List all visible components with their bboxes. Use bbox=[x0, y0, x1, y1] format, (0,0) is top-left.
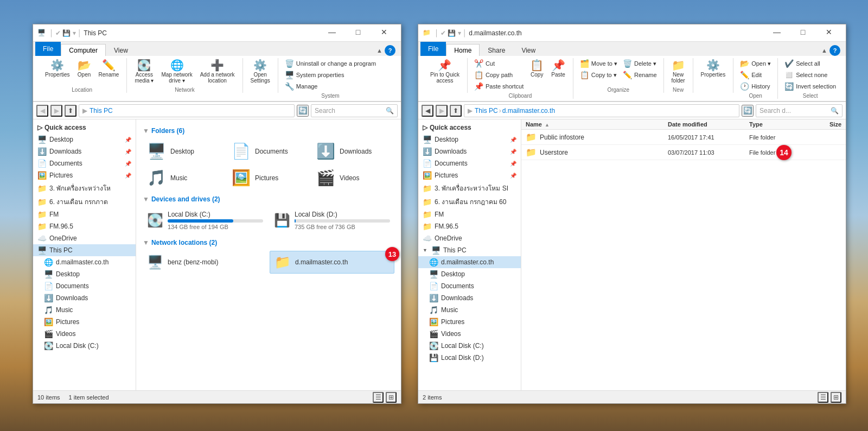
back-btn-1[interactable]: ◀ bbox=[36, 105, 48, 117]
sidebar-fm965-2[interactable]: 📁 FM.96.5 bbox=[418, 220, 521, 232]
pin-quick-btn[interactable]: 📌 Pin to Quickaccess bbox=[427, 58, 463, 85]
sidebar-pc-videos-1[interactable]: 🎬 Videos bbox=[33, 328, 136, 340]
rename-btn-2[interactable]: ✏️ Rename bbox=[621, 69, 659, 80]
address-bar-1[interactable]: ▶ This PC bbox=[79, 104, 295, 117]
system-props-btn[interactable]: 🖥️ System properties bbox=[283, 69, 378, 80]
sidebar-this-pc-2[interactable]: ▼ 🖥️ This PC bbox=[418, 244, 521, 256]
up-btn-1[interactable]: ⬆ bbox=[65, 105, 76, 117]
drive-d-1[interactable]: 💾 Local Disk (D:) 735 GB free of 736 GB bbox=[270, 207, 394, 233]
close-btn-1[interactable]: ✕ bbox=[372, 23, 397, 41]
folder-videos-1[interactable]: 🎬 Videos bbox=[312, 166, 394, 190]
add-network-btn[interactable]: ➕ Add a networklocation bbox=[197, 58, 238, 85]
sidebar-pc-music-1[interactable]: 🎵 Music bbox=[33, 304, 136, 316]
col-size-header[interactable]: Size bbox=[803, 121, 841, 128]
sidebar-onedrive-1[interactable]: ☁️ OneDrive bbox=[33, 232, 136, 244]
sidebar-onedrive-2[interactable]: ☁️ OneDrive bbox=[418, 232, 521, 244]
sidebar-pc-music-2[interactable]: 🎵 Music bbox=[418, 304, 521, 316]
uninstall-btn[interactable]: 🗑️ Uninstall or change a program bbox=[283, 58, 378, 69]
folder-pictures-1[interactable]: 🖼️ Pictures bbox=[227, 166, 310, 190]
drive-c-1[interactable]: 💽 Local Disk (C:) 134 GB free of 194 GB bbox=[143, 207, 267, 233]
sidebar-pc-documents-1[interactable]: 📄 Documents bbox=[33, 280, 136, 292]
sidebar-pictures-1[interactable]: 🖼️ Pictures 📌 bbox=[33, 169, 136, 181]
delete-btn[interactable]: 🗑️ Delete ▾ bbox=[621, 58, 659, 69]
file-row-userstore[interactable]: 📁 Userstore 03/07/2017 11:03 File folder… bbox=[521, 145, 846, 160]
sidebar-folder6-2[interactable]: 📁 6. งานเดือน กรกฎาคม 60 bbox=[418, 195, 521, 208]
col-name-header[interactable]: Name ▲ bbox=[526, 121, 668, 128]
sidebar-mailmaster-2[interactable]: 🌐 d.mailmaster.co.th bbox=[418, 256, 521, 268]
sidebar-pc-local-d-2[interactable]: 💾 Local Disk (D:) bbox=[418, 352, 521, 364]
new-folder-btn[interactable]: 📁 Newfolder bbox=[668, 58, 688, 85]
help-btn-1[interactable]: ? bbox=[385, 45, 395, 56]
folder-music-1[interactable]: 🎵 Music bbox=[143, 166, 225, 190]
folders-arrow-1[interactable]: ▼ bbox=[143, 127, 149, 135]
ribbon-expand-btn-1[interactable]: ▲ bbox=[376, 47, 382, 54]
maximize-btn-1[interactable]: □ bbox=[346, 23, 371, 41]
rename-btn-1[interactable]: ✏️ Rename bbox=[95, 58, 123, 79]
sidebar-fm965-1[interactable]: 📁 FM.96.5 bbox=[33, 220, 136, 232]
sidebar-folder3-1[interactable]: 📁 3. พักเครื่องระหว่างโห bbox=[33, 181, 136, 195]
sidebar-desktop-1[interactable]: 🖥️ Desktop 📌 bbox=[33, 134, 136, 145]
properties-btn-1[interactable]: ⚙️ Properties bbox=[42, 58, 73, 79]
maximize-btn-2[interactable]: □ bbox=[790, 23, 815, 41]
quick-access-header-1[interactable]: ▷ Quick access bbox=[33, 122, 136, 134]
network-benz-1[interactable]: 🖥️ benz (benz-mobi) bbox=[143, 251, 267, 274]
file-row-public[interactable]: 📁 Public infostore 16/05/2017 17:41 File… bbox=[521, 130, 846, 145]
sidebar-pc-documents-2[interactable]: 📄 Documents bbox=[418, 280, 521, 292]
cut-btn[interactable]: ✂️ Cut bbox=[472, 58, 526, 69]
refresh-btn-1[interactable]: 🔄 bbox=[297, 105, 309, 117]
sidebar-pc-videos-2[interactable]: 🎬 Videos bbox=[418, 328, 521, 340]
open-btn-1[interactable]: 📂 Open bbox=[74, 58, 94, 79]
address-mailmaster-2[interactable]: d.mailmaster.co.th bbox=[502, 107, 555, 115]
paste-btn[interactable]: 📌 Paste bbox=[548, 58, 569, 79]
minimize-btn-1[interactable]: — bbox=[320, 23, 344, 41]
select-none-btn[interactable]: ◻️ Select none bbox=[782, 69, 838, 80]
sidebar-pc-local-c-1[interactable]: 💽 Local Disk (C:) bbox=[33, 340, 136, 352]
forward-btn-2[interactable]: ▶ bbox=[436, 105, 448, 117]
view-details-btn-2[interactable]: ☰ bbox=[818, 392, 828, 403]
open-settings-btn[interactable]: ⚙️ OpenSettings bbox=[247, 58, 273, 85]
close-btn-2[interactable]: ✕ bbox=[816, 23, 841, 41]
view-tiles-btn-1[interactable]: ⊞ bbox=[386, 392, 397, 403]
sidebar-documents-1[interactable]: 📄 Documents 📌 bbox=[33, 157, 136, 169]
ribbon-expand-btn-2[interactable]: ▲ bbox=[821, 47, 827, 54]
quick-access-header-2[interactable]: ▷ Quick access bbox=[418, 122, 521, 134]
sidebar-this-pc-1[interactable]: 🖥️ This PC bbox=[33, 244, 136, 256]
tab-home-2[interactable]: Home bbox=[446, 44, 480, 56]
sidebar-pc-downloads-2[interactable]: ⬇️ Downloads bbox=[418, 292, 521, 304]
sidebar-folder6-1[interactable]: 📁 6. งานเดือน กรกภาต bbox=[33, 195, 136, 208]
minimize-btn-2[interactable]: — bbox=[764, 23, 789, 41]
refresh-btn-2[interactable]: 🔄 bbox=[742, 105, 754, 117]
folder-downloads-1[interactable]: ⬇️ Downloads bbox=[312, 139, 394, 163]
select-all-btn[interactable]: ✔️ Select all bbox=[782, 58, 838, 69]
move-to-btn[interactable]: 🗂️ Move to ▾ bbox=[578, 58, 620, 69]
search-bar-2[interactable]: Search d... 🔍 bbox=[756, 104, 843, 117]
invert-sel-btn[interactable]: 🔄 Invert selection bbox=[782, 81, 838, 92]
network-mailmaster-1[interactable]: 📁 d.mailmaster.co.th 13 bbox=[270, 251, 394, 274]
tab-share-2[interactable]: Share bbox=[480, 44, 513, 56]
tab-view-2[interactable]: View bbox=[513, 44, 544, 56]
sidebar-mailmaster-1[interactable]: 🌐 d.mailmaster.co.th bbox=[33, 256, 136, 268]
edit-btn[interactable]: ✏️ Edit bbox=[738, 69, 773, 80]
properties-btn-2[interactable]: ⚙️ Properties bbox=[698, 58, 729, 79]
paste-shortcut-btn[interactable]: 📌 Paste shortcut bbox=[472, 81, 526, 92]
history-btn[interactable]: 🕐 History bbox=[738, 81, 773, 92]
folder-documents-1[interactable]: 📄 Documents bbox=[227, 139, 310, 163]
sidebar-documents-2[interactable]: 📄 Documents 📌 bbox=[418, 157, 521, 169]
sidebar-folder3-2[interactable]: 📁 3. พักเครื่องระหว่างโหม SI bbox=[418, 181, 521, 195]
drives-arrow-1[interactable]: ▼ bbox=[143, 195, 149, 203]
sidebar-desktop-2[interactable]: 🖥️ Desktop 📌 bbox=[418, 134, 521, 145]
sidebar-pictures-2[interactable]: 🖼️ Pictures 📌 bbox=[418, 169, 521, 181]
col-date-header[interactable]: Date modified bbox=[668, 121, 749, 128]
sidebar-fm-2[interactable]: 📁 FM bbox=[418, 208, 521, 220]
view-details-btn-1[interactable]: ☰ bbox=[373, 392, 384, 403]
sidebar-fm-1[interactable]: 📁 FM bbox=[33, 208, 136, 220]
tab-file-1[interactable]: File bbox=[35, 42, 61, 56]
sidebar-pc-pictures-1[interactable]: 🖼️ Pictures bbox=[33, 316, 136, 328]
address-this-pc-2[interactable]: This PC bbox=[475, 107, 498, 115]
network-arrow-1[interactable]: ▼ bbox=[143, 239, 149, 246]
sidebar-pc-desktop-2[interactable]: 🖥️ Desktop bbox=[418, 268, 521, 280]
folder-desktop-1[interactable]: 🖥️ Desktop bbox=[143, 139, 225, 163]
sidebar-downloads-2[interactable]: ⬇️ Downloads 📌 bbox=[418, 145, 521, 157]
copy-to-btn[interactable]: 📋 Copy to ▾ bbox=[578, 69, 620, 80]
help-btn-2[interactable]: ? bbox=[829, 45, 840, 56]
